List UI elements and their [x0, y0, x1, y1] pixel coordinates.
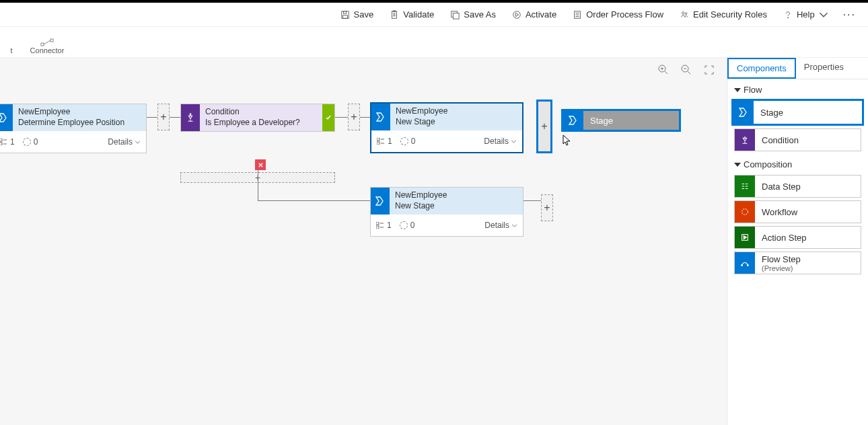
- security-icon: [680, 10, 689, 20]
- connector-tool[interactable]: Connector: [28, 38, 66, 54]
- svg-rect-18: [377, 138, 379, 141]
- save-label: Save: [354, 9, 374, 20]
- condition-label: Condition: [205, 107, 317, 118]
- help-icon: [783, 10, 793, 20]
- tile-condition[interactable]: Condition: [734, 128, 861, 151]
- svg-rect-2: [342, 15, 347, 17]
- section-flow[interactable]: Flow: [727, 79, 868, 98]
- validate-icon: [390, 10, 399, 20]
- connector-line: [523, 200, 541, 201]
- save-as-label: Save As: [464, 9, 496, 20]
- stage-entity: NewEmployee: [396, 106, 517, 117]
- tile-data-step[interactable]: Data Step: [734, 175, 861, 198]
- activate-label: Activate: [526, 9, 556, 20]
- condition-card[interactable]: Condition Is Employee a Developer?: [180, 104, 335, 132]
- steps-count: 1: [377, 137, 392, 146]
- components-panel: Components Properties Flow Stage Conditi…: [727, 58, 868, 425]
- condition-false-icon: [255, 159, 266, 170]
- steps-count: 1: [376, 221, 392, 230]
- terms-count: 0: [400, 221, 415, 230]
- connector-icon: [40, 38, 54, 46]
- details-toggle[interactable]: Details: [484, 221, 517, 230]
- cut-tool[interactable]: t: [5, 46, 17, 54]
- zoom-out-icon[interactable]: [681, 65, 692, 75]
- svg-point-17: [190, 114, 191, 115]
- connector-line: [258, 169, 258, 200]
- svg-rect-1: [343, 11, 346, 13]
- validate-label: Validate: [403, 9, 434, 20]
- tab-properties[interactable]: Properties: [796, 58, 852, 79]
- command-bar: Save Validate Save As Activate Order Pro…: [0, 3, 868, 27]
- drag-ghost-label: Stage: [583, 111, 679, 130]
- tab-components[interactable]: Components: [727, 58, 796, 79]
- order-process-flow-button[interactable]: Order Process Flow: [566, 3, 670, 27]
- drag-ghost-stage: Stage: [561, 109, 681, 132]
- more-commands-button[interactable]: ···: [838, 9, 861, 21]
- zoom-in-icon[interactable]: [658, 65, 669, 75]
- svg-rect-15: [0, 139, 2, 141]
- save-as-button[interactable]: Save As: [443, 3, 503, 27]
- fit-to-screen-icon[interactable]: [704, 65, 715, 75]
- security-label: Edit Security Roles: [693, 9, 767, 20]
- tile-action-step[interactable]: Action Step: [734, 226, 861, 249]
- edit-security-roles-button[interactable]: Edit Security Roles: [673, 3, 774, 27]
- tile-flow-step[interactable]: Flow Step (Preview): [734, 252, 861, 274]
- stage-card[interactable]: NewEmployee New Stage 1 0 Details: [370, 187, 523, 237]
- stage-card[interactable]: NewEmployee Determine Employee Position …: [0, 104, 147, 153]
- cursor-icon: [563, 134, 572, 147]
- details-toggle[interactable]: Details: [108, 137, 141, 147]
- stage-title: New Stage: [395, 201, 517, 212]
- drop-zone[interactable]: +: [157, 104, 170, 130]
- stage-icon: [563, 111, 583, 130]
- svg-rect-16: [0, 143, 2, 145]
- svg-rect-19: [377, 142, 379, 145]
- stage-icon: [371, 188, 390, 215]
- chevron-down-icon: [819, 10, 828, 20]
- panel-tabs: Components Properties: [727, 58, 868, 79]
- canvas[interactable]: NewEmployee Determine Employee Position …: [0, 58, 727, 425]
- activate-icon: [512, 10, 521, 20]
- collapse-icon: [734, 163, 741, 167]
- action-step-icon: [735, 227, 755, 248]
- tile-stage[interactable]: Stage: [731, 99, 864, 126]
- condition-true-icon: [322, 104, 334, 131]
- stage-icon: [371, 104, 390, 130]
- svg-rect-5: [454, 13, 460, 19]
- collapse-icon: [734, 88, 741, 92]
- terms-count: 0: [400, 137, 416, 146]
- connector-line: [258, 200, 370, 201]
- stage-title: New Stage: [396, 117, 517, 128]
- help-label: Help: [797, 9, 815, 20]
- help-button[interactable]: Help: [776, 3, 835, 27]
- svg-point-9: [685, 12, 687, 14]
- save-button[interactable]: Save: [334, 3, 381, 27]
- flow-step-icon: [735, 252, 755, 274]
- activate-button[interactable]: Activate: [505, 3, 563, 27]
- svg-rect-21: [376, 226, 379, 229]
- save-icon: [340, 10, 350, 20]
- condition-icon: [735, 129, 755, 151]
- svg-point-24: [742, 265, 743, 266]
- svg-rect-11: [41, 43, 44, 46]
- terms-count: 0: [23, 137, 38, 147]
- toolbar: t Connector: [0, 27, 868, 58]
- drop-zone-active[interactable]: +: [536, 100, 552, 153]
- main: NewEmployee Determine Employee Position …: [0, 58, 868, 425]
- drop-zone[interactable]: +: [348, 104, 360, 130]
- save-as-icon: [450, 10, 460, 20]
- stage-icon: [0, 104, 13, 131]
- section-composition[interactable]: Composition: [727, 154, 868, 172]
- svg-rect-20: [376, 222, 379, 225]
- stage-entity: NewEmployee: [395, 190, 517, 201]
- svg-point-8: [682, 11, 685, 14]
- details-toggle[interactable]: Details: [484, 137, 517, 146]
- workflow-icon: [735, 201, 755, 223]
- tile-workflow[interactable]: Workflow: [734, 200, 861, 223]
- validate-button[interactable]: Validate: [383, 3, 441, 27]
- stage-title: Determine Employee Position: [18, 118, 141, 128]
- stage-card[interactable]: NewEmployee New Stage 1 0 Details: [370, 102, 523, 153]
- order-icon: [573, 10, 582, 20]
- condition-icon: [181, 104, 200, 131]
- steps-count: 1: [0, 137, 15, 147]
- drop-zone[interactable]: +: [541, 194, 553, 221]
